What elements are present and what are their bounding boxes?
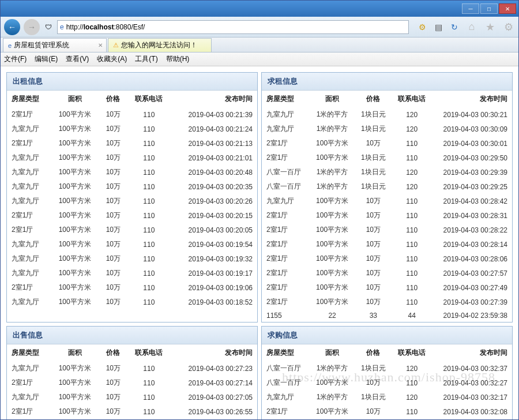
- cell-phone: 110: [127, 361, 171, 376]
- table-row[interactable]: 九室九厅 1米的平方 1块日元 120 2019-04-03 00:30:21: [262, 107, 512, 122]
- cell-phone: 120: [392, 419, 432, 419]
- table-row[interactable]: 2室1厅 100平方米 10万 110 2019-04-03 00:28:22: [262, 223, 512, 237]
- table-row[interactable]: 2室1厅 100平方米 10万 110 2019-04-03 00:27:57: [262, 266, 512, 280]
- table-row[interactable]: 2室1厅 100平方米 10万 110 2019-04-03 00:19:06: [7, 280, 257, 295]
- table-row[interactable]: 2室1厅 100平方米 10万 110 2019-04-03 00:28:14: [262, 237, 512, 252]
- table-row[interactable]: 2室1厅 100平方米 10万 110 2019-04-03 00:32:08: [262, 404, 512, 419]
- table-row[interactable]: 八室一百厅 1米的平方 1块日元 120 2019-04-03 00:29:25: [262, 179, 512, 194]
- table-row[interactable]: 2室1厅 100平方米 10万 110 2019-04-03 00:27:14: [7, 376, 257, 390]
- table-row[interactable]: 2室1厅 100平方米 10万 110 2019-04-03 00:26:55: [7, 404, 257, 419]
- cell-phone: 120: [392, 165, 432, 179]
- menu-file[interactable]: 文件(F): [4, 54, 27, 64]
- cell-phone: 120: [392, 107, 432, 122]
- table-row[interactable]: 2室1厅 100平方米 10万 110 2019-04-03 00:20:15: [7, 208, 257, 223]
- cell-type: 九室九厅: [7, 165, 50, 179]
- table-row[interactable]: 2室1厅 100平方米 10万 110 2019-04-03 00:27:39: [262, 295, 512, 309]
- table-row[interactable]: 2室1厅 100平方米 10万 110 2019-04-03 00:26:45: [7, 419, 257, 419]
- table-row[interactable]: 九室九厅 100平方米 10万 110 2019-04-03 00:20:35: [7, 179, 257, 194]
- table-row[interactable]: 九室九厅 100平方米 10万 110 2019-04-03 00:20:26: [7, 194, 257, 208]
- address-bar[interactable]: e http://localhost:8080/Esf/: [57, 20, 409, 34]
- table-row[interactable]: 九室九厅 100平方米 10万 110 2019-04-03 00:21:01: [7, 151, 257, 165]
- compat-icon[interactable]: ⚙: [417, 22, 427, 32]
- cell-time: 2019-04-03 00:20:35: [171, 179, 257, 194]
- menu-favorites[interactable]: 收藏夹(A): [97, 54, 127, 64]
- cell-type: 2室1厅: [262, 151, 310, 165]
- cell-type: 1155: [262, 309, 310, 322]
- cell-time: 2019-04-02 23:59:38: [432, 309, 512, 322]
- cell-area: 100平方米: [50, 376, 99, 390]
- table-row[interactable]: 九室九厅 100平方米 10万 110 2019-04-03 00:27:23: [7, 361, 257, 376]
- cell-area: 100平方米: [50, 252, 99, 266]
- cell-phone: 110: [392, 136, 432, 151]
- nav-toolbar: ← → 🛡 e http://localhost:8080/Esf/ ⚙ ▤ ↻…: [1, 17, 518, 38]
- table-row[interactable]: 2室1厅 100平方米 10万 110 2019-04-03 00:21:39: [7, 107, 257, 122]
- cell-price: 10万: [355, 194, 392, 208]
- cell-type: 九室九厅: [7, 194, 50, 208]
- cell-area: 100平方米: [50, 107, 99, 122]
- cell-time: 2019-04-03 00:29:50: [432, 151, 512, 165]
- table-row[interactable]: 九室九厅 1米的平方 1块日元 120 2019-04-03 00:30:09: [262, 122, 512, 136]
- compat-view-icon[interactable]: ▤: [433, 22, 443, 32]
- cell-price: 10万: [99, 252, 127, 266]
- cell-type: 2室1厅: [7, 223, 50, 237]
- maximize-button[interactable]: □: [480, 3, 498, 14]
- page-content[interactable]: 出租信息 房屋类型 面积 价格 联系电话 发布时间 2室1厅 100平方米 10…: [1, 66, 518, 419]
- cell-type: 2室1厅: [262, 266, 310, 280]
- cell-area: 100平方米: [310, 194, 355, 208]
- table-row[interactable]: 九室九厅 1米的平方 1块日元 120 2019-04-03 00:31:59: [262, 419, 512, 419]
- table-row[interactable]: 2室1厅 100平方米 1块日元 110 2019-04-03 00:29:50: [262, 151, 512, 165]
- refresh-icon[interactable]: ↻: [449, 22, 460, 32]
- cell-type: 2室1厅: [262, 404, 310, 419]
- cell-phone: 110: [392, 208, 432, 223]
- table-row[interactable]: 九室九厅 100平方米 10万 110 2019-04-03 00:27:05: [7, 390, 257, 404]
- tab-close-icon[interactable]: ✕: [98, 42, 103, 48]
- cell-type: 九室九厅: [262, 419, 310, 419]
- cell-phone: 110: [127, 208, 171, 223]
- security-shield-icon[interactable]: 🛡: [43, 22, 54, 32]
- table-row[interactable]: 九室九厅 100平方米 10万 110 2019-04-03 00:19:17: [7, 266, 257, 280]
- menu-tools[interactable]: 工具(T): [135, 54, 157, 64]
- minimize-button[interactable]: ─: [462, 3, 479, 14]
- cell-area: 1米的平方: [310, 165, 355, 179]
- table-row[interactable]: 八室一百厅 1米的平方 1块日元 120 2019-04-03 00:29:39: [262, 165, 512, 179]
- cell-area: 100平方米: [310, 151, 355, 165]
- table-row[interactable]: 2室1厅 100平方米 10万 110 2019-04-03 00:28:06: [262, 252, 512, 266]
- window-titlebar[interactable]: ─ □ ✕: [1, 1, 518, 17]
- cell-type: 2室1厅: [262, 280, 310, 295]
- tab-active[interactable]: e 房屋租赁管理系统 ✕: [3, 38, 107, 52]
- favorites-icon[interactable]: ★: [484, 22, 497, 32]
- cell-phone: 110: [127, 223, 171, 237]
- table-row[interactable]: 2室1厅 100平方米 10万 110 2019-04-03 00:21:13: [7, 136, 257, 151]
- menu-edit[interactable]: 编辑(E): [35, 54, 58, 64]
- close-button[interactable]: ✕: [499, 3, 516, 14]
- tab-inactive[interactable]: ⚠ 您输入的网址无法访问！: [108, 38, 212, 52]
- table-row[interactable]: 九室九厅 100平方米 10万 110 2019-04-03 00:18:52: [7, 295, 257, 309]
- cell-area: 100平方米: [310, 266, 355, 280]
- table-row[interactable]: 2室1厅 100平方米 10万 110 2019-04-03 00:20:05: [7, 223, 257, 237]
- cell-phone: 110: [392, 295, 432, 309]
- cell-area: 1米的平方: [310, 107, 355, 122]
- table-row[interactable]: 九室九厅 1米的平方 1块日元 120 2019-04-03 00:32:17: [262, 390, 512, 404]
- table-row[interactable]: 九室九厅 100平方米 10万 110 2019-04-03 00:19:32: [7, 252, 257, 266]
- cell-time: 2019-04-03 00:32:17: [432, 390, 512, 404]
- table-row[interactable]: 2室1厅 100平方米 10万 110 2019-04-03 00:28:31: [262, 208, 512, 223]
- cell-price: 1块日元: [355, 165, 392, 179]
- table-row[interactable]: 八室一百厅 1米的平方 1块日元 120 2019-04-03 00:32:37: [262, 361, 512, 376]
- home-icon[interactable]: ⌂: [465, 22, 478, 32]
- table-row[interactable]: 九室九厅 100平方米 10万 110 2019-04-03 00:19:54: [7, 237, 257, 252]
- table-row[interactable]: 八室一百厅 100平方米 10万 110 2019-04-03 00:32:27: [262, 376, 512, 390]
- settings-gear-icon[interactable]: ⚙: [502, 22, 515, 32]
- menu-view[interactable]: 查看(V): [66, 54, 89, 64]
- table-row[interactable]: 1155 22 33 44 2019-04-02 23:59:38: [262, 309, 512, 322]
- table-row[interactable]: 九室九厅 100平方米 10万 110 2019-04-03 00:20:48: [7, 165, 257, 179]
- back-button[interactable]: ←: [4, 19, 20, 35]
- menu-help[interactable]: 帮助(H): [166, 54, 190, 64]
- table-row[interactable]: 九室九厅 100平方米 10万 110 2019-04-03 00:28:42: [262, 194, 512, 208]
- panel-title: 求租信息: [262, 73, 512, 91]
- table-row[interactable]: 九室九厅 100平方米 10万 110 2019-04-03 00:21:24: [7, 122, 257, 136]
- table-row[interactable]: 2室1厅 100平方米 10万 110 2019-04-03 00:27:49: [262, 280, 512, 295]
- table-row[interactable]: 2室1厅 100平方米 10万 110 2019-04-03 00:30:01: [262, 136, 512, 151]
- th-price: 价格: [99, 344, 127, 361]
- forward-button[interactable]: →: [24, 19, 40, 35]
- cell-area: 100平方米: [310, 252, 355, 266]
